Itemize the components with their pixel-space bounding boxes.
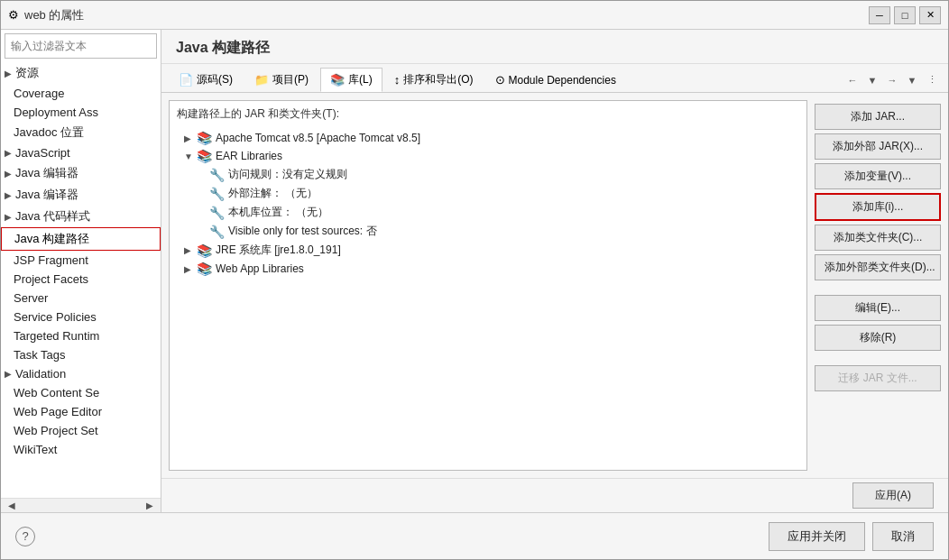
- title-bar: ⚙ web 的属性 ─ □ ✕: [1, 1, 948, 30]
- sidebar-item-validation[interactable]: ▶ Validation: [1, 364, 161, 383]
- sidebar-item-label: Deployment Ass: [14, 106, 98, 119]
- lib-icon: 📚: [197, 131, 212, 145]
- sidebar-item-wikitext[interactable]: WikiText: [1, 440, 161, 459]
- tab-module-label: Module Dependencies: [509, 74, 616, 87]
- panel-bottom-bar: 应用(A): [161, 478, 948, 512]
- tab-module-deps[interactable]: ⊙ Module Dependencies: [485, 69, 626, 91]
- action-buttons: 添加 JAR... 添加外部 JAR(X)... 添加变量(V)... 添加库(…: [815, 100, 941, 471]
- help-button[interactable]: ?: [15, 527, 35, 546]
- properties-window: ⚙ web 的属性 ─ □ ✕ ▶ 资源 Coverage Dep: [0, 0, 949, 560]
- arrow-icon: ▶: [5, 69, 12, 78]
- tree-item-webapp-libs[interactable]: ▶ 📚 Web App Libraries: [170, 260, 806, 278]
- sidebar-item-label: Targeted Runtim: [14, 329, 99, 343]
- nav-forward-dropdown[interactable]: ▼: [903, 71, 921, 89]
- sidebar-item-label: Coverage: [14, 87, 64, 100]
- add-external-jar-button[interactable]: 添加外部 JAR(X)...: [815, 133, 941, 160]
- window-icon: ⚙: [8, 8, 19, 22]
- tree-item-visible-only[interactable]: 🔧 Visible only for test sources: 否: [170, 222, 806, 241]
- tab-order-icon: ↕: [394, 73, 401, 87]
- sidebar-item-web-project-set[interactable]: Web Project Set: [1, 421, 161, 440]
- migrate-jar-button[interactable]: 迁移 JAR 文件...: [815, 365, 941, 391]
- sidebar-item-web-page-editor[interactable]: Web Page Editor: [1, 402, 161, 421]
- remove-button[interactable]: 移除(R): [815, 325, 941, 351]
- nav-menu-button[interactable]: ⋮: [923, 71, 941, 89]
- add-jar-button[interactable]: 添加 JAR...: [815, 104, 941, 130]
- tab-libraries[interactable]: 📚 库(L): [320, 68, 382, 92]
- sidebar-item-resources[interactable]: ▶ 资源: [1, 62, 161, 84]
- tab-nav-arrows: ← ▼ → ▼ ⋮: [843, 71, 941, 89]
- nav-forward-button[interactable]: →: [883, 71, 901, 89]
- tree-item-ear-libs[interactable]: ▼ 📚 EAR Libraries: [170, 147, 806, 165]
- sidebar-item-javascript[interactable]: ▶ JavaScript: [1, 143, 161, 162]
- tab-module-icon: ⊙: [495, 73, 505, 87]
- add-class-folder-button[interactable]: 添加类文件夹(C)...: [815, 225, 941, 251]
- sidebar-list: ▶ 资源 Coverage Deployment Ass Javadoc 位置 …: [1, 62, 161, 498]
- tab-order[interactable]: ↕ 排序和导出(O): [384, 68, 484, 92]
- sidebar-item-label: Server: [14, 291, 48, 305]
- tree-item-label: 外部注解： （无）: [228, 186, 799, 201]
- sidebar-item-java-compiler[interactable]: ▶ Java 编译器: [1, 184, 161, 206]
- sidebar-item-deployment[interactable]: Deployment Ass: [1, 103, 161, 122]
- sidebar-item-jsp-fragment[interactable]: JSP Fragment: [1, 251, 161, 270]
- tab-source[interactable]: 📄 源码(S): [169, 68, 243, 92]
- sidebar-item-task-tags[interactable]: Task Tags: [1, 345, 161, 364]
- sidebar: ▶ 资源 Coverage Deployment Ass Javadoc 位置 …: [1, 30, 161, 512]
- nav-back-button[interactable]: ←: [843, 71, 861, 89]
- add-library-button[interactable]: 添加库(i)...: [815, 193, 941, 221]
- sidebar-item-label: 资源: [15, 65, 39, 81]
- tree-item-label: Web App Libraries: [216, 262, 799, 275]
- right-panel: Java 构建路径 📄 源码(S) 📁 项目(P) 📚 库(L) ↕ 排序和导: [161, 30, 948, 512]
- sidebar-scrollbar: ◀ ▶: [1, 498, 161, 512]
- tab-projects[interactable]: 📁 项目(P): [244, 68, 318, 92]
- sidebar-item-coverage[interactable]: Coverage: [1, 84, 161, 103]
- scroll-left-btn[interactable]: ◀: [5, 500, 19, 510]
- add-external-folder-button[interactable]: 添加外部类文件夹(D)...: [815, 254, 941, 280]
- sidebar-item-label: Java 代码样式: [15, 208, 90, 225]
- apply-button[interactable]: 应用(A): [852, 482, 934, 509]
- tree-item-native-loc[interactable]: 🔧 本机库位置： （无）: [170, 203, 806, 222]
- tree-item-access-rules[interactable]: 🔧 访问规则：没有定义规则: [170, 165, 806, 184]
- tree-arrow-icon: ▶: [184, 133, 193, 143]
- panel-title: Java 构建路径: [161, 30, 948, 64]
- apply-close-button[interactable]: 应用并关闭: [769, 522, 865, 551]
- sidebar-item-java-editor[interactable]: ▶ Java 编辑器: [1, 162, 161, 184]
- scroll-right-btn[interactable]: ▶: [143, 500, 157, 510]
- edit-button[interactable]: 编辑(E)...: [815, 295, 941, 321]
- sidebar-item-service-policies[interactable]: Service Policies: [1, 308, 161, 326]
- native-icon: 🔧: [209, 206, 225, 220]
- tree-item-external-annot[interactable]: 🔧 外部注解： （无）: [170, 184, 806, 203]
- filter-input[interactable]: [5, 33, 157, 59]
- tab-projects-icon: 📁: [254, 73, 269, 87]
- arrow-icon: ▶: [5, 169, 12, 179]
- window-title: web 的属性: [24, 7, 84, 23]
- sidebar-item-targeted-runtime[interactable]: Targeted Runtim: [1, 326, 161, 345]
- tree-item-tomcat[interactable]: ▶ 📚 Apache Tomcat v8.5 [Apache Tomcat v8…: [170, 129, 806, 147]
- title-bar-left: ⚙ web 的属性: [8, 7, 84, 23]
- content-label: 构建路径上的 JAR 和类文件夹(T):: [170, 101, 806, 125]
- webapp-icon: 📚: [197, 262, 212, 276]
- sidebar-item-label: WikiText: [14, 443, 57, 456]
- tree-item-label: Visible only for test sources: 否: [228, 224, 799, 239]
- sidebar-item-label: Task Tags: [14, 348, 66, 362]
- main-content: ▶ 资源 Coverage Deployment Ass Javadoc 位置 …: [1, 30, 948, 512]
- sidebar-item-server[interactable]: Server: [1, 289, 161, 308]
- sidebar-item-java-codestyle[interactable]: ▶ Java 代码样式: [1, 206, 161, 227]
- nav-tabs: 📄 源码(S) 📁 项目(P) 📚 库(L) ↕ 排序和导出(O) ⊙: [161, 64, 948, 93]
- add-variable-button[interactable]: 添加变量(V)...: [815, 163, 941, 189]
- sidebar-item-javadoc[interactable]: Javadoc 位置: [1, 122, 161, 143]
- sidebar-item-web-content[interactable]: Web Content Se: [1, 383, 161, 402]
- sidebar-item-project-facets[interactable]: Project Facets: [1, 270, 161, 289]
- minimize-button[interactable]: ─: [869, 6, 890, 24]
- close-button[interactable]: ✕: [919, 6, 941, 24]
- tree-item-jre[interactable]: ▶ 📚 JRE 系统库 [jre1.8.0_191]: [170, 241, 806, 260]
- arrow-icon: ▶: [5, 148, 12, 158]
- arrow-icon: ▶: [5, 190, 12, 200]
- sidebar-item-label: Java 编辑器: [15, 165, 78, 181]
- sidebar-item-java-buildpath[interactable]: Java 构建路径: [1, 227, 161, 251]
- lib-icon: 📚: [197, 149, 212, 163]
- maximize-button[interactable]: □: [894, 6, 916, 24]
- bottom-right: 应用并关闭 取消: [769, 522, 934, 551]
- cancel-button[interactable]: 取消: [872, 522, 934, 551]
- tree-arrow-icon: ▶: [184, 264, 193, 274]
- nav-back-dropdown[interactable]: ▼: [863, 71, 881, 89]
